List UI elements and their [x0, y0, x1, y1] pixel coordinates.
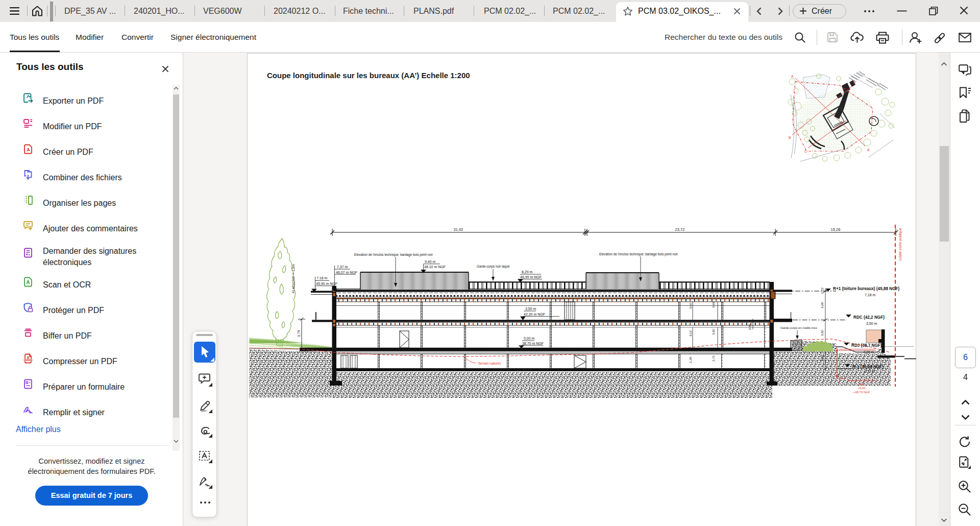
svg-text:23,72: 23,72 — [675, 227, 685, 232]
svg-text:3,50 m: 3,50 m — [866, 322, 877, 325]
svg-text:Garde-corps noir laqué: Garde-corps noir laqué — [477, 265, 510, 269]
svg-text:Coupe longitudinale sur les bu: Coupe longitudinale sur les bureaux (AA’… — [267, 71, 470, 80]
svg-text:3,68: 3,68 — [712, 301, 715, 308]
svg-text:Limite voirie publique: Limite voirie publique — [898, 228, 902, 260]
svg-text:45,90 m NGF: 45,90 m NGF — [316, 282, 337, 285]
svg-text:2,72: 2,72 — [712, 355, 715, 362]
svg-text:48.10 m NGF: 48.10 m NGF — [424, 265, 446, 269]
svg-text:15,26: 15,26 — [831, 227, 841, 232]
svg-text:Niveau de référence: Niveau de référence — [848, 379, 876, 382]
svg-text:7.18 m: 7.18 m — [316, 276, 328, 280]
svg-text:B: B — [789, 136, 791, 139]
svg-text:3,50 m: 3,50 m — [525, 307, 536, 310]
svg-text:3,72: 3,72 — [820, 354, 824, 361]
svg-text:3,68: 3,68 — [820, 302, 824, 308]
svg-text:9.40 m: 9.40 m — [425, 260, 436, 264]
svg-text:Terrain naturel: Terrain naturel — [478, 362, 501, 365]
svg-text:31,92: 31,92 — [454, 227, 463, 232]
svg-text:7,18 m: 7,18 m — [865, 293, 876, 297]
svg-text:3,50: 3,50 — [820, 329, 824, 336]
svg-text:3.00: 3.00 — [689, 302, 692, 309]
svg-text:3,50: 3,50 — [712, 328, 715, 335]
svg-text:Elevation de l’enclos techniqu: Elevation de l’enclos technique: bardage… — [599, 252, 678, 256]
svg-text:R+1 (toiture bureaux) (45,88 N: R+1 (toiture bureaux) (45,88 NGF) — [833, 286, 900, 291]
svg-text:H absolue = 13m: H absolue = 13m — [291, 264, 296, 293]
svg-text:42,20 m NGF: 42,20 m NGF — [524, 313, 545, 316]
svg-text:+0,00: +0,00 — [857, 387, 866, 390]
svg-text:RDJ: RDJ — [859, 383, 865, 386]
svg-text:3,79: 3,79 — [297, 330, 301, 337]
svg-text:R-1 (35,98 NGF): R-1 (35,98 NGF) — [852, 365, 884, 369]
svg-text:C: C — [804, 150, 807, 153]
svg-text:-2,72 m: -2,72 m — [864, 369, 875, 373]
svg-text:8,29 m: 8,29 m — [522, 270, 533, 274]
svg-text:Garde-corps en maille inox: Garde-corps en maille inox — [780, 326, 817, 329]
svg-text:46,07 m NGF: 46,07 m NGF — [336, 271, 357, 274]
svg-text:46,99 m NGF: 46,99 m NGF — [520, 275, 542, 279]
svg-text:38,70 m NGF: 38,70 m NGF — [522, 342, 544, 345]
svg-text:2,28: 2,28 — [689, 356, 692, 363]
svg-text:A: A — [791, 75, 794, 78]
svg-text:RDJ (38,7 NGF): RDJ (38,7 NGF) — [851, 343, 882, 348]
svg-text:7,37 m: 7,37 m — [337, 265, 348, 269]
svg-text:0,85: 0,85 — [748, 324, 751, 330]
svg-text:A’: A’ — [867, 148, 870, 152]
svg-text:Elevation de l’enclos techniqu: Elevation de l’enclos technique: bardage… — [354, 253, 433, 257]
svg-text:+38.70 NGF: +38.70 NGF — [853, 391, 870, 394]
svg-text:0,00 m: 0,00 m — [524, 337, 535, 340]
svg-text:3,02: 3,02 — [689, 330, 692, 337]
svg-text:RDC (42,2 NGF): RDC (42,2 NGF) — [853, 315, 885, 320]
svg-text:B’: B’ — [853, 81, 856, 84]
svg-text:0,22: 0,22 — [820, 287, 824, 294]
